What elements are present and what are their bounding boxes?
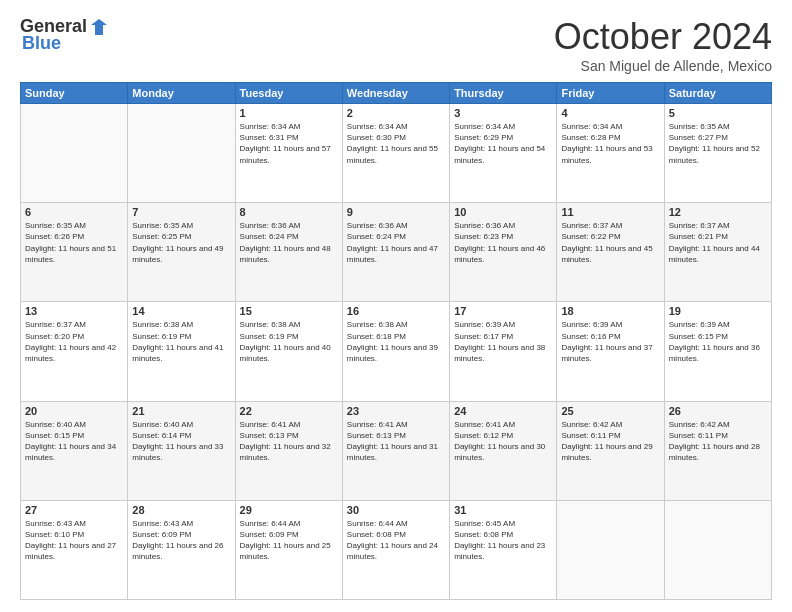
calendar-cell: 17Sunrise: 6:39 AM Sunset: 6:17 PM Dayli…: [450, 302, 557, 401]
day-number: 12: [669, 206, 767, 218]
day-number: 15: [240, 305, 338, 317]
day-number: 7: [132, 206, 230, 218]
calendar-cell: 21Sunrise: 6:40 AM Sunset: 6:14 PM Dayli…: [128, 401, 235, 500]
day-number: 8: [240, 206, 338, 218]
day-number: 28: [132, 504, 230, 516]
logo-flag-icon: [89, 17, 109, 37]
day-number: 11: [561, 206, 659, 218]
day-number: 18: [561, 305, 659, 317]
calendar-cell: 30Sunrise: 6:44 AM Sunset: 6:08 PM Dayli…: [342, 500, 449, 599]
calendar-week-row: 13Sunrise: 6:37 AM Sunset: 6:20 PM Dayli…: [21, 302, 772, 401]
calendar-header-wednesday: Wednesday: [342, 83, 449, 104]
day-number: 1: [240, 107, 338, 119]
title-block: October 2024 San Miguel de Allende, Mexi…: [554, 16, 772, 74]
calendar-cell: 28Sunrise: 6:43 AM Sunset: 6:09 PM Dayli…: [128, 500, 235, 599]
day-number: 16: [347, 305, 445, 317]
calendar-header-saturday: Saturday: [664, 83, 771, 104]
day-info: Sunrise: 6:41 AM Sunset: 6:13 PM Dayligh…: [240, 419, 338, 464]
day-info: Sunrise: 6:40 AM Sunset: 6:15 PM Dayligh…: [25, 419, 123, 464]
day-number: 23: [347, 405, 445, 417]
calendar-week-row: 20Sunrise: 6:40 AM Sunset: 6:15 PM Dayli…: [21, 401, 772, 500]
day-info: Sunrise: 6:37 AM Sunset: 6:20 PM Dayligh…: [25, 319, 123, 364]
day-info: Sunrise: 6:34 AM Sunset: 6:31 PM Dayligh…: [240, 121, 338, 166]
day-info: Sunrise: 6:37 AM Sunset: 6:22 PM Dayligh…: [561, 220, 659, 265]
day-number: 13: [25, 305, 123, 317]
calendar-cell: [557, 500, 664, 599]
page: General Blue October 2024 San Miguel de …: [0, 0, 792, 612]
day-info: Sunrise: 6:42 AM Sunset: 6:11 PM Dayligh…: [669, 419, 767, 464]
day-number: 17: [454, 305, 552, 317]
day-number: 20: [25, 405, 123, 417]
month-title: October 2024: [554, 16, 772, 58]
day-info: Sunrise: 6:44 AM Sunset: 6:09 PM Dayligh…: [240, 518, 338, 563]
day-number: 26: [669, 405, 767, 417]
calendar-week-row: 6Sunrise: 6:35 AM Sunset: 6:26 PM Daylig…: [21, 203, 772, 302]
calendar-cell: 1Sunrise: 6:34 AM Sunset: 6:31 PM Daylig…: [235, 104, 342, 203]
day-info: Sunrise: 6:41 AM Sunset: 6:12 PM Dayligh…: [454, 419, 552, 464]
calendar-cell: 22Sunrise: 6:41 AM Sunset: 6:13 PM Dayli…: [235, 401, 342, 500]
day-number: 31: [454, 504, 552, 516]
day-info: Sunrise: 6:38 AM Sunset: 6:18 PM Dayligh…: [347, 319, 445, 364]
day-info: Sunrise: 6:39 AM Sunset: 6:17 PM Dayligh…: [454, 319, 552, 364]
day-number: 25: [561, 405, 659, 417]
day-number: 22: [240, 405, 338, 417]
calendar-cell: 8Sunrise: 6:36 AM Sunset: 6:24 PM Daylig…: [235, 203, 342, 302]
calendar-cell: [664, 500, 771, 599]
logo: General Blue: [20, 16, 109, 54]
calendar-cell: 15Sunrise: 6:38 AM Sunset: 6:19 PM Dayli…: [235, 302, 342, 401]
day-number: 9: [347, 206, 445, 218]
day-number: 14: [132, 305, 230, 317]
calendar-cell: 18Sunrise: 6:39 AM Sunset: 6:16 PM Dayli…: [557, 302, 664, 401]
svg-marker-0: [91, 19, 107, 35]
day-number: 19: [669, 305, 767, 317]
day-info: Sunrise: 6:38 AM Sunset: 6:19 PM Dayligh…: [240, 319, 338, 364]
day-info: Sunrise: 6:39 AM Sunset: 6:15 PM Dayligh…: [669, 319, 767, 364]
day-info: Sunrise: 6:43 AM Sunset: 6:10 PM Dayligh…: [25, 518, 123, 563]
day-number: 30: [347, 504, 445, 516]
calendar-cell: 26Sunrise: 6:42 AM Sunset: 6:11 PM Dayli…: [664, 401, 771, 500]
calendar-cell: 4Sunrise: 6:34 AM Sunset: 6:28 PM Daylig…: [557, 104, 664, 203]
day-number: 5: [669, 107, 767, 119]
calendar-header-sunday: Sunday: [21, 83, 128, 104]
calendar-cell: 19Sunrise: 6:39 AM Sunset: 6:15 PM Dayli…: [664, 302, 771, 401]
calendar-cell: [128, 104, 235, 203]
day-info: Sunrise: 6:38 AM Sunset: 6:19 PM Dayligh…: [132, 319, 230, 364]
day-info: Sunrise: 6:34 AM Sunset: 6:30 PM Dayligh…: [347, 121, 445, 166]
day-info: Sunrise: 6:35 AM Sunset: 6:25 PM Dayligh…: [132, 220, 230, 265]
day-number: 10: [454, 206, 552, 218]
calendar-cell: 25Sunrise: 6:42 AM Sunset: 6:11 PM Dayli…: [557, 401, 664, 500]
calendar-cell: 14Sunrise: 6:38 AM Sunset: 6:19 PM Dayli…: [128, 302, 235, 401]
day-info: Sunrise: 6:36 AM Sunset: 6:24 PM Dayligh…: [347, 220, 445, 265]
calendar-table: SundayMondayTuesdayWednesdayThursdayFrid…: [20, 82, 772, 600]
calendar-cell: 6Sunrise: 6:35 AM Sunset: 6:26 PM Daylig…: [21, 203, 128, 302]
day-number: 24: [454, 405, 552, 417]
calendar-cell: 27Sunrise: 6:43 AM Sunset: 6:10 PM Dayli…: [21, 500, 128, 599]
calendar-header-tuesday: Tuesday: [235, 83, 342, 104]
day-info: Sunrise: 6:36 AM Sunset: 6:23 PM Dayligh…: [454, 220, 552, 265]
day-number: 3: [454, 107, 552, 119]
calendar-cell: 13Sunrise: 6:37 AM Sunset: 6:20 PM Dayli…: [21, 302, 128, 401]
calendar-header-friday: Friday: [557, 83, 664, 104]
day-info: Sunrise: 6:41 AM Sunset: 6:13 PM Dayligh…: [347, 419, 445, 464]
day-info: Sunrise: 6:44 AM Sunset: 6:08 PM Dayligh…: [347, 518, 445, 563]
calendar-cell: [21, 104, 128, 203]
day-number: 29: [240, 504, 338, 516]
calendar-cell: 24Sunrise: 6:41 AM Sunset: 6:12 PM Dayli…: [450, 401, 557, 500]
day-number: 2: [347, 107, 445, 119]
calendar-cell: 5Sunrise: 6:35 AM Sunset: 6:27 PM Daylig…: [664, 104, 771, 203]
calendar-cell: 23Sunrise: 6:41 AM Sunset: 6:13 PM Dayli…: [342, 401, 449, 500]
calendar-week-row: 1Sunrise: 6:34 AM Sunset: 6:31 PM Daylig…: [21, 104, 772, 203]
calendar-cell: 7Sunrise: 6:35 AM Sunset: 6:25 PM Daylig…: [128, 203, 235, 302]
location-subtitle: San Miguel de Allende, Mexico: [554, 58, 772, 74]
calendar-cell: 2Sunrise: 6:34 AM Sunset: 6:30 PM Daylig…: [342, 104, 449, 203]
day-info: Sunrise: 6:40 AM Sunset: 6:14 PM Dayligh…: [132, 419, 230, 464]
day-info: Sunrise: 6:34 AM Sunset: 6:29 PM Dayligh…: [454, 121, 552, 166]
calendar-week-row: 27Sunrise: 6:43 AM Sunset: 6:10 PM Dayli…: [21, 500, 772, 599]
calendar-cell: 9Sunrise: 6:36 AM Sunset: 6:24 PM Daylig…: [342, 203, 449, 302]
day-info: Sunrise: 6:34 AM Sunset: 6:28 PM Dayligh…: [561, 121, 659, 166]
day-number: 4: [561, 107, 659, 119]
calendar-cell: 31Sunrise: 6:45 AM Sunset: 6:08 PM Dayli…: [450, 500, 557, 599]
day-info: Sunrise: 6:36 AM Sunset: 6:24 PM Dayligh…: [240, 220, 338, 265]
day-info: Sunrise: 6:35 AM Sunset: 6:27 PM Dayligh…: [669, 121, 767, 166]
calendar-cell: 12Sunrise: 6:37 AM Sunset: 6:21 PM Dayli…: [664, 203, 771, 302]
